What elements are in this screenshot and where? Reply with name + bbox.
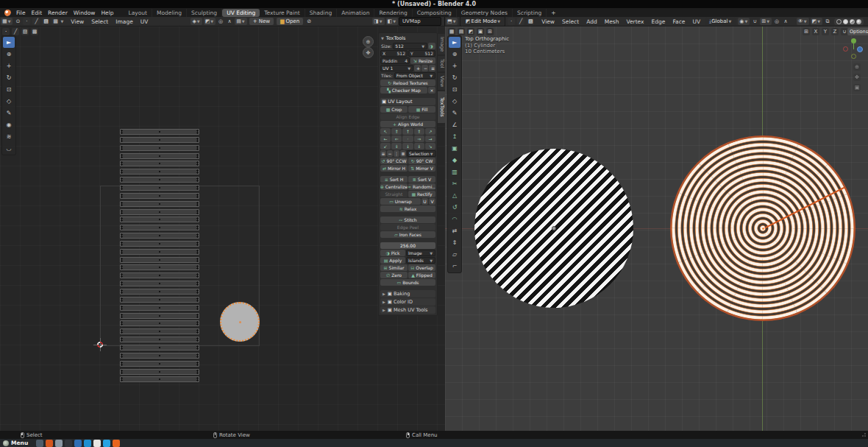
menu-help[interactable]: Help [98,10,116,16]
camera-view-icon[interactable]: ▣ [853,84,861,91]
vp-menu-vertex[interactable]: Vertex [622,18,647,25]
vp-header-icon-2[interactable]: ◩ [467,28,474,35]
edge-select-icon[interactable]: ╱ [32,18,40,25]
select-flipped-button[interactable]: ▲Flipped [408,272,435,278]
scale-tool-icon[interactable]: ⊡ [3,84,15,95]
align-2-1-button[interactable]: ⇓ [391,143,402,149]
uv-map-pin-icon[interactable]: ◧▼ [386,18,398,25]
section-mesh-uv-tools[interactable]: ▶▣Mesh UV Tools [380,306,435,314]
uv-strip-island[interactable] [120,161,199,166]
vp-header-icon-0[interactable]: ▦ [448,28,455,35]
axis-x-button[interactable]: X [812,28,819,35]
uv-strip-island[interactable] [120,320,199,326]
pin-icon[interactable]: ⊙ [14,18,21,25]
orientation-dropdown[interactable]: ⤓Global▼ [705,18,736,25]
vp-header-icon-4[interactable]: ⊞ [486,28,494,35]
edge-select-icon[interactable]: ╱ [517,18,524,25]
select-zero-button[interactable]: ∅Zero [380,272,408,278]
selection-dropdown[interactable]: Selection▼ [407,150,436,157]
align-1-2-button[interactable]: · [402,135,413,142]
firefox-icon[interactable] [113,440,120,447]
vp-menu-view[interactable]: View [538,18,558,25]
uv-strip-island[interactable] [120,209,199,215]
mail-icon[interactable] [55,440,63,447]
file-manager-icon[interactable] [36,440,43,447]
uv-strip-island[interactable] [120,257,199,263]
uv-strip-island[interactable] [120,233,199,239]
navigation-gizmo[interactable] [843,38,864,59]
shear-tool-icon[interactable]: ▱ [449,249,460,260]
gizmo-z-axis[interactable] [857,46,863,52]
relax-button[interactable]: ≋Relax [380,205,435,212]
padding-field[interactable]: Paddin4 [380,57,410,64]
island-select-icon[interactable]: ▩ [51,18,59,25]
align-0-2-button[interactable]: ↑ [402,128,413,135]
cursor-tool-icon[interactable]: ⊕ [3,49,15,60]
workspace-add-button[interactable]: + [547,9,560,17]
uv-mode-island-icon[interactable]: ▩ [31,28,38,35]
menu-window[interactable]: Window [71,10,99,16]
viewport-canvas[interactable]: ▦▤◩▣⊞ ►⊕+↻⊡◇✎∠↥▣◆▥✂△↺◠⇄⇕▱⌐ Top Orthograp… [445,27,868,431]
uv-mode-face-icon[interactable]: ▨ [21,28,29,35]
sidebar-options-tab[interactable]: Options [847,28,868,35]
vp-menu-mesh[interactable]: Mesh [601,18,623,25]
workspace-tab-modeling[interactable]: Modeling [152,9,187,17]
editor-type-icon[interactable]: ▦▼ [1,18,13,25]
knife-tool-icon[interactable]: ✂ [449,178,460,189]
uv-menu-uv[interactable]: UV [137,18,152,25]
island-mode-icon-1[interactable]: − [387,150,393,157]
apply-button[interactable]: ▤Apply [380,257,405,264]
snap-magnet-icon[interactable]: ∪ [751,18,758,25]
uv-strip-island[interactable] [120,193,199,199]
blender-logo-icon[interactable] [4,10,11,16]
uv-strip-island[interactable] [120,177,199,183]
uv-strip-island[interactable] [120,328,199,334]
snap-target-icon[interactable]: ⊞▼ [760,18,772,25]
uv-strip-island[interactable] [120,313,199,319]
uv-strip-island[interactable] [120,297,199,303]
checker-map-button[interactable]: ▚Checker Map [380,87,427,94]
loop-cut-tool-icon[interactable]: ▥ [449,166,460,177]
pinch-tool-icon[interactable]: ◡ [3,143,15,154]
xray-toggle-icon[interactable]: ⧉ [824,18,831,25]
uv-mode-vertex-icon[interactable]: · [2,28,10,35]
uv-circle-island[interactable] [220,302,260,342]
select-overlap-button[interactable]: ⊟Overlap [408,264,435,271]
rotate-ccw-button[interactable]: ↺90° CCW [380,158,408,164]
reload-textures-button[interactable]: ↻Reload Textures [380,80,435,86]
uv-strip-island[interactable] [120,305,199,311]
edge-slide-tool-icon[interactable]: ⇄ [449,225,460,236]
open-image-button[interactable]: ▆Open [277,18,303,25]
menu-edit[interactable]: Edit [29,10,46,16]
uv-strip-island[interactable] [120,337,199,342]
sort-h-button[interactable]: ≡Sort H [380,176,408,183]
annotate-tool-icon[interactable]: ✎ [449,108,460,119]
vp-menu-uv[interactable]: UV [689,18,704,25]
unwrap-v-button[interactable]: V [429,198,435,205]
os-menu-button[interactable]: Menu [11,440,28,446]
grab-tool-icon[interactable]: ◉ [3,119,15,130]
chrome-icon[interactable] [93,440,101,447]
uv-strip-island[interactable] [120,201,199,207]
relax-tool-icon[interactable]: ≋ [3,131,15,142]
uv-strip-island[interactable] [120,185,199,191]
annotate-tool-icon[interactable]: ✎ [3,108,15,119]
workspace-tab-shading[interactable]: Shading [305,9,337,17]
smooth-tool-icon[interactable]: ◠ [449,214,460,225]
remove-uv-icon[interactable]: − [421,65,428,71]
uv-strip-island[interactable] [120,345,199,351]
image-browse-icon[interactable]: ▤▼ [235,18,246,25]
align-1-0-button[interactable]: ← [380,135,391,142]
island-mode-icon-2[interactable]: ⋮ [394,150,399,157]
align-0-3-button[interactable]: ⇑ [414,128,424,135]
workspace-tab-compositing[interactable]: Compositing [413,9,457,17]
randomize-button[interactable]: ≈Randomi... [408,183,435,190]
grid-toggle-icon[interactable]: ⊞ [803,28,810,35]
tiles-dropdown[interactable]: From Object▼ [394,72,435,79]
uv-strip-island[interactable] [120,169,199,175]
bevel-tool-icon[interactable]: ◆ [449,155,460,166]
spin-tool-icon[interactable]: ↺ [449,202,460,213]
wireframe-shading-icon[interactable] [836,19,842,24]
menu-render[interactable]: Render [45,10,71,16]
apply-mode-dropdown[interactable]: Islands▼ [406,257,435,264]
